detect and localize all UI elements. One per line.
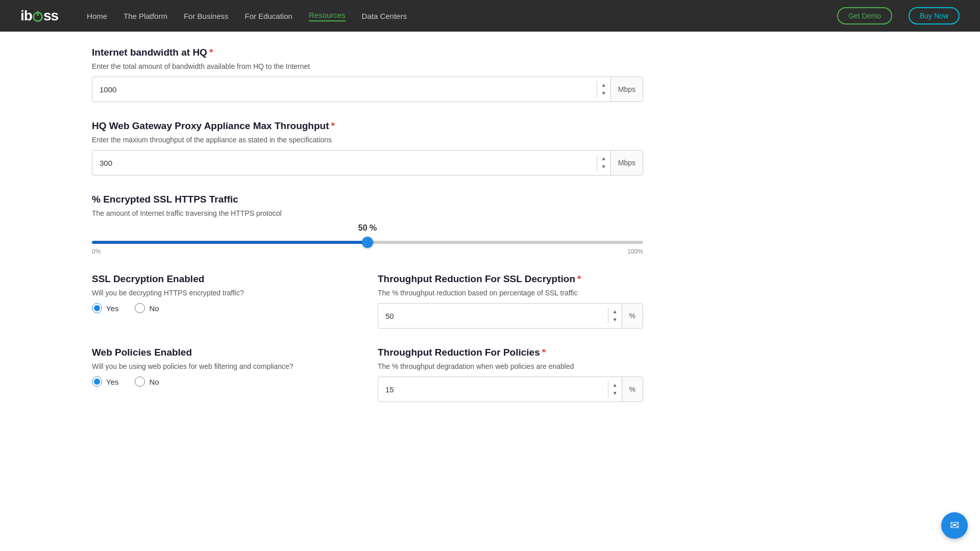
throughput-policies-title: Throughput Reduction For Policies* [378, 347, 643, 358]
logo[interactable]: ibss [20, 8, 58, 24]
slider-labels: 0% 100% [92, 248, 643, 255]
nav-resources[interactable]: Resources [309, 11, 346, 21]
bandwidth-up[interactable]: ▲ [599, 81, 608, 89]
throughput-policies-input-row: ▲ ▼ % [378, 377, 643, 402]
proxy-section: HQ Web Gateway Proxy Appliance Max Throu… [92, 120, 643, 176]
throughput-policies-up[interactable]: ▲ [610, 381, 620, 389]
proxy-title: HQ Web Gateway Proxy Appliance Max Throu… [92, 120, 643, 132]
throughput-ssl-desc: The % throughput reduction based on perc… [378, 289, 643, 297]
proxy-down[interactable]: ▼ [599, 163, 608, 171]
ssl-slider-value: 50 % [92, 223, 643, 233]
policies-yes-radio[interactable] [92, 377, 102, 387]
ssl-no-text: No [149, 304, 159, 313]
throughput-ssl-title: Throughput Reduction For SSL Decryption* [378, 273, 643, 285]
bandwidth-input-row: ▲ ▼ Mbps [92, 77, 643, 102]
nav-datacenters[interactable]: Data Centers [362, 12, 407, 20]
slider-min-label: 0% [92, 248, 101, 255]
buy-now-button[interactable]: Buy Now [909, 7, 960, 24]
policies-no-text: No [149, 378, 159, 386]
main-content: Internet bandwidth at HQ* Enter the tota… [0, 32, 735, 436]
nav-education[interactable]: For Education [244, 12, 292, 20]
ssl-slider-wrapper: 0% 100% [92, 237, 643, 255]
web-policies-section: Web Policies Enabled Will you be using w… [92, 347, 357, 402]
throughput-policies-section: Throughput Reduction For Policies* The %… [378, 347, 643, 402]
ssl-yes-label[interactable]: Yes [92, 303, 118, 313]
proxy-unit: Mbps [610, 151, 643, 175]
policies-row: Web Policies Enabled Will you be using w… [92, 347, 643, 420]
throughput-policies-desc: The % throughput degradation when web po… [378, 362, 643, 370]
navbar: ibss Home The Platform For Business For … [0, 0, 980, 32]
bandwidth-spinner[interactable]: ▲ ▼ [597, 81, 610, 97]
ssl-traffic-section: % Encrypted SSL HTTPS Traffic The amount… [92, 194, 643, 255]
ssl-decryption-desc: Will you be decrypting HTTPS encrypted t… [92, 289, 357, 297]
throughput-ssl-unit: % [622, 304, 643, 328]
throughput-policies-spinner[interactable]: ▲ ▼ [608, 381, 622, 397]
ssl-yes-radio[interactable] [92, 303, 102, 313]
throughput-ssl-up[interactable]: ▲ [610, 308, 620, 316]
ssl-row: SSL Decryption Enabled Will you be decry… [92, 273, 643, 347]
proxy-up[interactable]: ▲ [599, 155, 608, 163]
throughput-ssl-input[interactable] [378, 306, 608, 327]
policies-no-label[interactable]: No [135, 377, 159, 387]
throughput-ssl-down[interactable]: ▼ [610, 316, 620, 324]
proxy-input-row: ▲ ▼ Mbps [92, 150, 643, 176]
bandwidth-desc: Enter the total amount of bandwidth avai… [92, 62, 643, 70]
proxy-spinner[interactable]: ▲ ▼ [597, 155, 610, 171]
ssl-yes-text: Yes [106, 304, 118, 313]
proxy-input[interactable] [92, 153, 597, 173]
ssl-decryption-title: SSL Decryption Enabled [92, 273, 357, 285]
nav-business[interactable]: For Business [184, 12, 229, 20]
slider-max-label: 100% [627, 248, 643, 255]
throughput-policies-unit: % [622, 377, 643, 402]
throughput-policies-input[interactable] [378, 379, 608, 400]
policies-yes-label[interactable]: Yes [92, 377, 118, 387]
throughput-ssl-section: Throughput Reduction For SSL Decryption*… [378, 273, 643, 329]
bandwidth-title: Internet bandwidth at HQ* [92, 47, 643, 58]
bandwidth-unit: Mbps [610, 77, 643, 102]
ssl-decryption-section: SSL Decryption Enabled Will you be decry… [92, 273, 357, 329]
bandwidth-input[interactable] [92, 79, 597, 100]
ssl-no-label[interactable]: No [135, 303, 159, 313]
ssl-decryption-radio-group: Yes No [92, 303, 357, 313]
get-demo-button[interactable]: Get Demo [837, 7, 892, 24]
ssl-traffic-slider[interactable] [92, 241, 643, 244]
ssl-traffic-title: % Encrypted SSL HTTPS Traffic [92, 194, 643, 205]
policies-no-radio[interactable] [135, 377, 145, 387]
nav-platform[interactable]: The Platform [124, 12, 167, 20]
throughput-ssl-input-row: ▲ ▼ % [378, 303, 643, 329]
nav-home[interactable]: Home [87, 12, 107, 20]
web-policies-title: Web Policies Enabled [92, 347, 357, 358]
web-policies-desc: Will you be using web policies for web f… [92, 362, 357, 370]
bandwidth-section: Internet bandwidth at HQ* Enter the tota… [92, 47, 643, 102]
policies-yes-text: Yes [106, 378, 118, 386]
throughput-ssl-spinner[interactable]: ▲ ▼ [608, 308, 622, 324]
web-policies-radio-group: Yes No [92, 377, 357, 387]
proxy-desc: Enter the maxium throughput of the appli… [92, 136, 643, 144]
bandwidth-down[interactable]: ▼ [599, 89, 608, 97]
ssl-no-radio[interactable] [135, 303, 145, 313]
throughput-policies-down[interactable]: ▼ [610, 389, 620, 397]
ssl-traffic-desc: The amount of Internet traffic traversin… [92, 209, 643, 217]
